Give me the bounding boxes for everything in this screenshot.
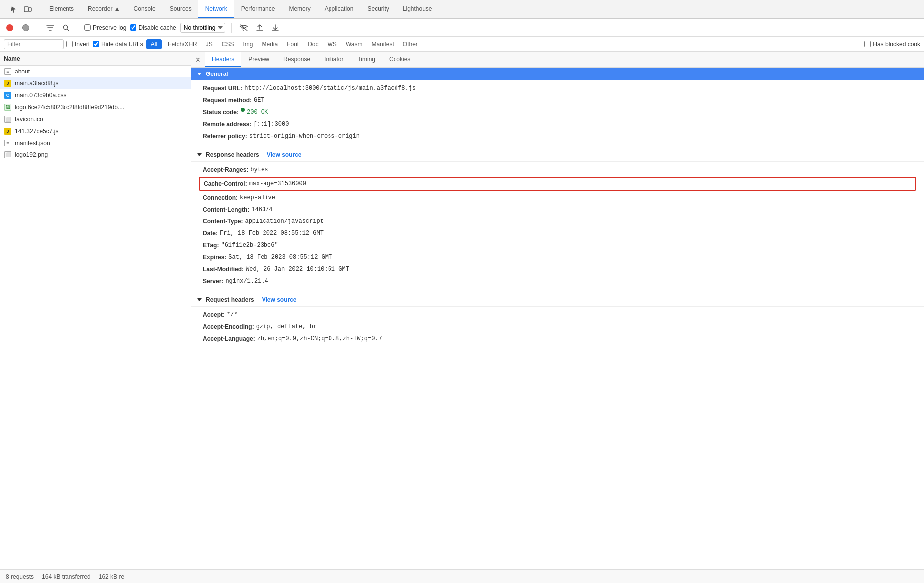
response-headers-title: Response headers [206, 151, 259, 158]
tab-application[interactable]: Application [318, 0, 361, 18]
header-row-status-code: Status code: 200 OK [191, 106, 924, 118]
file-list: Name ≡ about J main.a3facdf8.js C main.0… [0, 52, 191, 564]
panel-tab-timing[interactable]: Timing [350, 52, 382, 67]
header-row-accept-ranges: Accept-Ranges: bytes [191, 164, 924, 176]
clear-button[interactable] [20, 22, 32, 34]
request-headers-view-source[interactable]: View source [262, 296, 297, 303]
search-icon[interactable] [60, 22, 72, 34]
upload-icon[interactable] [254, 22, 265, 34]
file-item-favicon[interactable]: ⬜ favicon.ico [0, 113, 191, 125]
main-area: Name ≡ about J main.a3facdf8.js C main.0… [0, 52, 924, 564]
header-row-content-type: Content-Type: application/javascript [191, 216, 924, 227]
file-item-about[interactable]: ≡ about [0, 66, 191, 77]
header-row-cache-control: Cache-Control: max-age=31536000 [199, 177, 916, 191]
top-tab-bar: Elements Recorder ▲ Console Sources Netw… [0, 0, 924, 19]
file-icon-js2: J [4, 127, 12, 135]
device-toggle-icon[interactable] [22, 3, 34, 15]
request-headers-title: Request headers [206, 296, 254, 303]
panel-tab-preview[interactable]: Preview [241, 52, 276, 67]
response-headers-content: Accept-Ranges: bytes Cache-Control: max-… [191, 162, 924, 289]
header-row-expires: Expires: Sat, 18 Feb 2023 08:55:12 GMT [191, 251, 924, 263]
tab-network[interactable]: Network [198, 0, 234, 18]
response-headers-collapse-icon [197, 153, 202, 156]
file-item-main-js[interactable]: J main.a3facdf8.js [0, 77, 191, 89]
file-icon-doc: ≡ [4, 68, 12, 75]
hide-data-urls-checkbox[interactable]: Hide data URLs [93, 41, 143, 48]
tab-console[interactable]: Console [127, 0, 163, 18]
record-button[interactable] [4, 22, 16, 34]
wifi-icon[interactable] [238, 22, 250, 34]
response-headers-section-header[interactable]: Response headers View source [191, 148, 924, 162]
panel-close-button[interactable]: ✕ [193, 55, 203, 65]
tab-security[interactable]: Security [360, 0, 396, 18]
filter-btn-doc[interactable]: Doc [305, 40, 321, 48]
cursor-icon[interactable] [8, 3, 20, 15]
filter-btn-ws[interactable]: WS [325, 40, 340, 48]
tab-sources[interactable]: Sources [163, 0, 198, 18]
file-icon-favicon: ⬜ [4, 115, 12, 123]
filter-btn-manifest[interactable]: Manifest [368, 40, 396, 48]
filter-btn-js[interactable]: JS [203, 40, 216, 48]
filter-btn-css[interactable]: CSS [219, 40, 237, 48]
general-section-header[interactable]: General [191, 68, 924, 80]
header-row-date: Date: Fri, 18 Feb 2022 08:55:12 GMT [191, 227, 924, 239]
filter-btn-media[interactable]: Media [259, 40, 281, 48]
filter-btn-wasm[interactable]: Wasm [343, 40, 366, 48]
preserve-log-checkbox[interactable]: Preserve log [84, 24, 126, 31]
headers-content: General Request URL: http://localhost:30… [191, 68, 924, 347]
tab-lighthouse[interactable]: Lighthouse [396, 0, 439, 18]
panel-tab-initiator[interactable]: Initiator [317, 52, 350, 67]
tab-performance[interactable]: Performance [234, 0, 282, 18]
file-item-manifest[interactable]: ≡ manifest.json [0, 137, 191, 149]
header-row-request-method: Request method: GET [191, 94, 924, 106]
filter-btn-all[interactable]: All [146, 39, 162, 49]
throttle-select[interactable]: No throttling [180, 23, 225, 33]
tab-separator [40, 0, 40, 10]
header-row-request-url: Request URL: http://localhost:3000/stati… [191, 82, 924, 94]
svg-line-3 [67, 29, 69, 31]
filter-btn-other[interactable]: Other [400, 40, 421, 48]
header-row-connection: Connection: keep-alive [191, 192, 924, 204]
devtools-icons [4, 0, 38, 18]
tab-elements[interactable]: Elements [42, 0, 81, 18]
toolbar-sep-1 [38, 23, 38, 33]
status-dot [241, 108, 245, 112]
filter-input[interactable] [4, 39, 64, 49]
header-row-accept: Accept: */* [191, 309, 924, 321]
toolbar-sep-2 [78, 23, 78, 33]
file-item-logo[interactable]: 🖼 logo.6ce24c58023cc2f8fd88fe9d219db.... [0, 101, 191, 113]
file-icon-js: J [4, 79, 12, 87]
file-icon-png: ⬜ [4, 151, 12, 159]
file-icon-img: 🖼 [4, 103, 12, 111]
file-item-main-css[interactable]: C main.073c9b0a.css [0, 89, 191, 101]
disable-cache-checkbox[interactable]: Disable cache [130, 24, 176, 31]
file-item-141-js[interactable]: J 141.327ce5c7.js [0, 125, 191, 137]
panel-tab-cookies[interactable]: Cookies [382, 52, 417, 67]
filter-row: Invert Hide data URLs All Fetch/XHR JS C… [0, 37, 924, 52]
response-headers-view-source[interactable]: View source [267, 151, 302, 158]
toolbar-sep-3 [231, 23, 232, 33]
file-icon-manifest: ≡ [4, 139, 12, 147]
file-item-logo192[interactable]: ⬜ logo192.png [0, 149, 191, 161]
has-blocked-cook-checkbox[interactable]: Has blocked cook [864, 41, 920, 48]
invert-checkbox[interactable]: Invert [66, 41, 90, 48]
filter-btn-fetch-xhr[interactable]: Fetch/XHR [165, 40, 200, 48]
header-row-server: Server: nginx/1.21.4 [191, 275, 924, 287]
download-icon[interactable] [269, 22, 281, 34]
header-row-remote-address: Remote address: [::1]:3000 [191, 118, 924, 130]
header-row-content-length: Content-Length: 146374 [191, 204, 924, 216]
tab-recorder[interactable]: Recorder ▲ [81, 0, 127, 18]
filter-icon[interactable] [44, 22, 56, 34]
section-divider-2 [191, 291, 924, 292]
panel-tabs: ✕ Headers Preview Response Initiator Tim… [191, 52, 924, 68]
filter-btn-img[interactable]: Img [240, 40, 256, 48]
request-headers-collapse-icon [197, 298, 202, 301]
panel-tab-response[interactable]: Response [276, 52, 317, 67]
panel-tab-headers[interactable]: Headers [205, 52, 241, 67]
tab-memory[interactable]: Memory [282, 0, 317, 18]
network-toolbar: Preserve log Disable cache No throttling [0, 19, 924, 37]
svg-rect-0 [24, 7, 28, 12]
request-headers-section-header[interactable]: Request headers View source [191, 293, 924, 307]
filter-btn-font[interactable]: Font [284, 40, 302, 48]
general-collapse-icon [197, 73, 202, 75]
